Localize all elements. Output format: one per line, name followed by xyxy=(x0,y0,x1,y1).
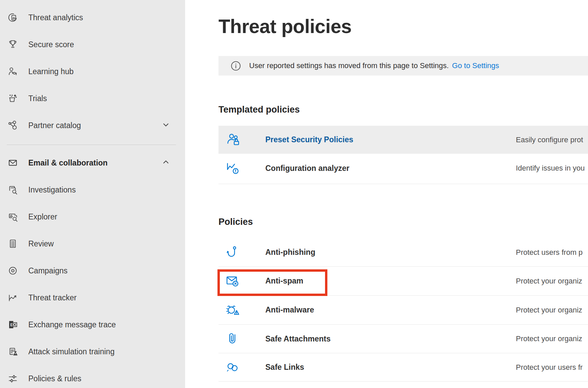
row-configuration-analyzer[interactable]: Configuration analyzer Identify issues i… xyxy=(218,154,588,183)
row-safe-attachments[interactable]: Safe Attachments Protect your organiz xyxy=(218,325,588,353)
sidebar-item-label: Threat tracker xyxy=(28,293,77,302)
row-description: Protect your organiz xyxy=(516,334,582,343)
sidebar-item-review[interactable]: Review xyxy=(0,230,185,257)
email-icon xyxy=(7,157,19,169)
row-label: Anti-phishing xyxy=(265,248,315,257)
page-title: Threat policies xyxy=(218,14,352,38)
trials-icon xyxy=(7,92,19,105)
sidebar-item-label: Review xyxy=(28,239,54,248)
left-nav-sidebar: Threat analytics Secure score xyxy=(0,0,185,388)
sidebar-item-policies-rules[interactable]: Policies & rules xyxy=(0,365,185,388)
safe-attachments-icon xyxy=(225,331,241,347)
info-banner: User reported settings has moved from th… xyxy=(218,56,588,76)
row-description: Protect your organiz xyxy=(516,306,582,315)
anti-spam-icon xyxy=(225,273,241,289)
templated-policies-heading: Templated policies xyxy=(218,103,300,116)
attack-simulation-icon xyxy=(7,346,19,358)
row-description: Easily configure prot xyxy=(516,136,583,144)
main-content: Threat policies User reported settings h… xyxy=(185,0,588,388)
sidebar-section-email-collaboration[interactable]: Email & collaboration xyxy=(0,149,185,176)
row-description: Identify issues in you xyxy=(516,164,585,173)
row-label: Anti-spam xyxy=(265,276,303,286)
threat-analytics-icon xyxy=(7,11,19,24)
row-divider xyxy=(218,184,588,184)
row-label: Safe Attachments xyxy=(265,334,330,344)
go-to-settings-link[interactable]: Go to Settings xyxy=(452,61,499,70)
sidebar-item-explorer[interactable]: Explorer xyxy=(0,203,185,230)
info-icon xyxy=(231,61,241,71)
learning-hub-icon xyxy=(7,65,19,78)
review-icon xyxy=(7,238,19,250)
exchange-icon: E xyxy=(7,319,19,331)
sidebar-item-label: Exchange message trace xyxy=(28,320,116,329)
row-anti-phishing[interactable]: Anti-phishing Protect users from p xyxy=(218,238,588,266)
row-anti-spam[interactable]: Anti-spam Protect your organiz xyxy=(218,267,588,295)
sidebar-item-attack-simulation-training[interactable]: Attack simulation training xyxy=(0,338,185,365)
anti-phishing-icon xyxy=(225,245,241,260)
sidebar-item-threat-analytics[interactable]: Threat analytics xyxy=(0,4,185,31)
chevron-down-icon[interactable] xyxy=(161,120,170,130)
preset-security-icon xyxy=(225,132,241,148)
row-label: Anti-malware xyxy=(265,305,314,315)
safe-links-icon xyxy=(225,360,241,375)
sidebar-item-label: Secure score xyxy=(28,40,74,49)
row-anti-malware[interactable]: Anti-malware Protect your organiz xyxy=(218,296,588,324)
sidebar-divider xyxy=(7,145,176,145)
sidebar-item-exchange-message-trace[interactable]: E Exchange message trace xyxy=(0,311,185,338)
partner-catalog-icon xyxy=(7,119,19,131)
secure-score-icon xyxy=(7,38,19,51)
sidebar-item-learning-hub[interactable]: Learning hub xyxy=(0,58,185,85)
sidebar-item-label: Campaigns xyxy=(28,266,67,275)
sidebar-item-label: Learning hub xyxy=(28,67,74,76)
sidebar-item-label: Trials xyxy=(28,94,47,103)
sidebar-item-label: Investigations xyxy=(28,185,76,195)
row-description: Protect your users fr xyxy=(516,363,583,372)
chevron-up-icon[interactable] xyxy=(161,158,170,168)
sidebar-item-label: Policies & rules xyxy=(28,374,81,383)
banner-message: User reported settings has moved from th… xyxy=(249,61,449,70)
sidebar-item-label: Threat analytics xyxy=(28,13,83,22)
sidebar-item-partner-catalog[interactable]: Partner catalog xyxy=(0,112,185,139)
row-preset-security-policies[interactable]: Preset Security Policies Easily configur… xyxy=(218,126,588,154)
campaigns-icon xyxy=(7,265,19,277)
sidebar-section-label: Email & collaboration xyxy=(28,158,108,168)
policies-heading: Policies xyxy=(218,215,253,229)
policies-rules-icon xyxy=(7,372,19,385)
row-label: Configuration analyzer xyxy=(265,164,349,173)
sidebar-item-campaigns[interactable]: Campaigns xyxy=(0,257,185,284)
sidebar-item-label: Explorer xyxy=(28,212,57,221)
explorer-icon xyxy=(7,211,19,223)
row-description: Protect users from p xyxy=(516,248,583,257)
investigations-icon xyxy=(7,184,19,196)
row-divider xyxy=(218,381,588,382)
sidebar-item-investigations[interactable]: Investigations xyxy=(0,176,185,203)
sidebar-item-trials[interactable]: Trials xyxy=(0,85,185,112)
row-safe-links[interactable]: Safe Links Protect your users fr xyxy=(218,353,588,381)
sidebar-item-threat-tracker[interactable]: Threat tracker xyxy=(0,284,185,311)
row-description: Protect your organiz xyxy=(516,277,582,286)
threat-tracker-icon xyxy=(7,292,19,304)
row-label: Safe Links xyxy=(265,363,304,372)
sidebar-item-secure-score[interactable]: Secure score xyxy=(0,31,185,58)
anti-malware-icon xyxy=(225,302,241,318)
sidebar-item-label: Partner catalog xyxy=(28,121,81,130)
sidebar-item-label: Attack simulation training xyxy=(28,347,115,356)
configuration-analyzer-icon xyxy=(225,160,241,176)
row-label[interactable]: Preset Security Policies xyxy=(265,135,353,144)
